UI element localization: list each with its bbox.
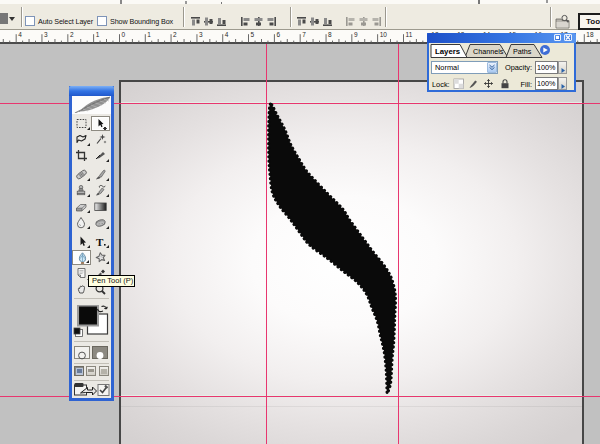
svg-text:Channels: Channels	[473, 46, 504, 55]
svg-text:6: 6	[276, 31, 280, 38]
svg-text:18: 18	[586, 31, 594, 38]
svg-text:T: T	[96, 235, 104, 247]
svg-text:10: 10	[380, 31, 388, 38]
svg-text:3: 3	[199, 31, 203, 38]
svg-text:3: 3	[44, 31, 48, 38]
svg-text:2: 2	[70, 31, 74, 38]
svg-text:2: 2	[173, 31, 177, 38]
svg-text:1: 1	[96, 31, 100, 38]
svg-text:4: 4	[18, 31, 22, 38]
svg-text:4: 4	[225, 31, 229, 38]
svg-text:Paths: Paths	[513, 46, 532, 55]
svg-text:8: 8	[328, 31, 332, 38]
svg-text:5: 5	[251, 31, 255, 38]
svg-text:11: 11	[406, 31, 413, 38]
svg-text:0: 0	[122, 31, 126, 38]
svg-text:9: 9	[354, 31, 358, 38]
svg-text:1: 1	[147, 31, 151, 38]
svg-text:Layers: Layers	[435, 46, 461, 55]
svg-text:7: 7	[302, 31, 306, 38]
